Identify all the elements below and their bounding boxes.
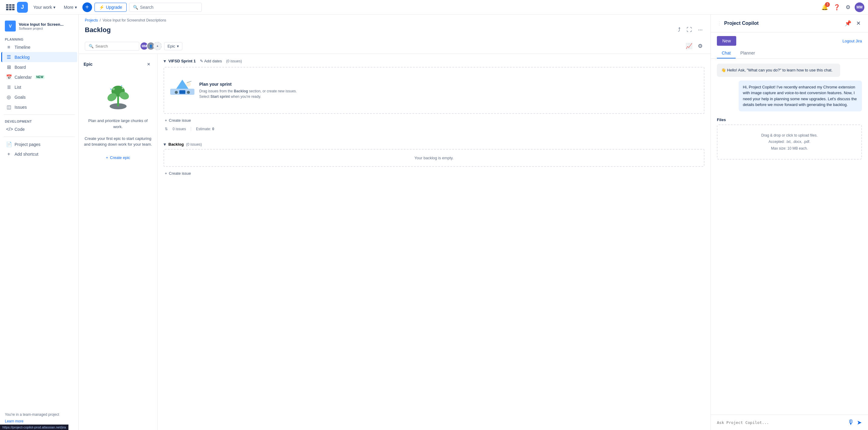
search-input[interactable] <box>95 44 135 49</box>
svg-text:✦: ✦ <box>125 91 126 93</box>
sprint-footer: ⇅ 0 issues Estimate: 0 <box>163 124 705 133</box>
sidebar-label-add-shortcut: Add shortcut <box>14 152 38 157</box>
calendar-new-badge: NEW <box>35 75 45 79</box>
tab-chat[interactable]: Chat <box>717 48 736 58</box>
sprint-plan-desc: Drag issues from the Backlog section, or… <box>199 88 297 99</box>
chart-view-button[interactable]: 📈 <box>684 41 694 51</box>
backlog-toolbar: 🔍 MM 👤 + Epic ▾ 📈 ⚙ <box>79 38 711 54</box>
avatar-group: MM 👤 + <box>142 42 162 50</box>
send-button[interactable]: ➤ <box>857 419 862 426</box>
copilot-drag-handle: ⋮ <box>717 21 722 26</box>
sidebar-item-goals[interactable]: ◎ Goals <box>1 92 77 102</box>
epic-panel-header: Epic ✕ <box>84 60 152 68</box>
create-epic-button[interactable]: + Create epic <box>106 154 130 162</box>
sidebar-divider <box>4 115 75 115</box>
add-shortcut-icon: + <box>6 151 11 157</box>
sidebar-item-code[interactable]: </> Code <box>1 124 77 134</box>
list-icon: ≣ <box>6 84 11 90</box>
page-actions: ⤴ ⛶ ··· <box>676 25 705 35</box>
goals-icon: ◎ <box>6 94 11 100</box>
filter-button[interactable]: ⚙ <box>696 41 705 51</box>
page-header: Backlog ⤴ ⛶ ··· <box>79 24 711 38</box>
new-button[interactable]: New <box>717 36 736 46</box>
sprint-section: ▾ VIFSD Sprint 1 ✎ Add dates (0 issues) <box>163 54 705 133</box>
sidebar-item-issues[interactable]: ◫ Issues <box>1 102 77 112</box>
avatar[interactable]: MM <box>855 2 864 12</box>
board-icon: ⊞ <box>6 64 11 70</box>
epic-panel-title: Epic <box>84 62 93 67</box>
sidebar-item-calendar[interactable]: 📅 Calendar NEW <box>1 72 77 82</box>
mic-button[interactable]: 🎙 <box>848 419 855 426</box>
backlog-toggle[interactable]: ▾ <box>163 142 166 147</box>
main-layout: V Voice Input for Screen... Software pro… <box>0 14 868 430</box>
nav-right: 🔔 3 ❓ ⚙ MM <box>820 2 864 12</box>
epic-filter-button[interactable]: Epic ▾ <box>164 42 182 50</box>
app-logo[interactable]: J <box>17 2 28 13</box>
svg-point-15 <box>175 91 178 94</box>
expand-button[interactable]: ⛶ <box>685 25 694 35</box>
backlog-section-header: ▾ Backlog (0 issues) <box>163 139 705 149</box>
breadcrumb-projects[interactable]: Projects <box>85 18 98 22</box>
breadcrumb: Projects / Voice Input for Screenshot De… <box>79 14 711 24</box>
sidebar-item-backlog[interactable]: ☰ Backlog <box>1 52 77 62</box>
backlog-search[interactable]: 🔍 <box>85 42 139 51</box>
sprint-area: ▾ VIFSD Sprint 1 ✎ Add dates (0 issues) <box>157 54 711 430</box>
sprint-create-issue-button[interactable]: + Create issue <box>163 116 192 124</box>
copilot-tabs: Chat Planner <box>711 48 868 59</box>
backlog-create-issue-button[interactable]: + Create issue <box>163 169 192 178</box>
close-epic-panel-button[interactable]: ✕ <box>145 60 152 68</box>
upgrade-button[interactable]: ⚡ Upgrade <box>94 3 127 12</box>
svg-point-6 <box>122 87 124 89</box>
copilot-header-actions: 📌 ✕ <box>843 19 862 28</box>
your-work-nav[interactable]: Your work ▾ <box>30 3 58 11</box>
copilot-panel: ⋮ Project Copilot 📌 ✕ New Logout Jira Ch… <box>711 14 868 430</box>
copilot-header: ⋮ Project Copilot 📌 ✕ <box>711 14 868 32</box>
copilot-close-button[interactable]: ✕ <box>855 19 862 28</box>
more-actions-button[interactable]: ··· <box>696 25 705 35</box>
sidebar-divider-2 <box>4 136 75 137</box>
breadcrumb-project-name: Voice Input for Screenshot Descriptions <box>103 18 166 22</box>
drop-zone-line2: Accepted: .txt, .docx, .pdf. <box>725 139 854 145</box>
sidebar-label-board: Board <box>14 65 26 70</box>
sprint-header: ▾ VIFSD Sprint 1 ✎ Add dates (0 issues) <box>163 54 705 67</box>
avatar-add[interactable]: + <box>153 42 162 50</box>
sprint-plan-title: Plan your sprint <box>199 82 297 87</box>
greeting-bubble: 👋 Hello! Ask, "What can you do?" to lear… <box>717 64 840 77</box>
copilot-input[interactable] <box>717 420 845 425</box>
sidebar-item-list[interactable]: ≣ List <box>1 82 77 92</box>
plant-illustration: ✦ ✦ ✦ <box>103 81 133 112</box>
backlog-section: ▾ Backlog (0 issues) Your backlog is emp… <box>163 139 705 178</box>
user-message: Hi, Project Copilot! I've recently enhan… <box>739 81 862 112</box>
sidebar-item-add-shortcut[interactable]: + Add shortcut <box>1 149 77 159</box>
sidebar-label-list: List <box>14 85 21 90</box>
copilot-title: Project Copilot <box>724 21 759 26</box>
backlog-icon: ☰ <box>6 54 11 60</box>
sidebar-item-board[interactable]: ⊞ Board <box>1 62 77 72</box>
sidebar-item-project-pages[interactable]: 📄 Project pages <box>1 139 77 149</box>
sprint-empty-text: Plan your sprint Drag issues from the Ba… <box>199 82 297 99</box>
sprint-toggle[interactable]: ▾ <box>163 58 166 64</box>
help-button[interactable]: ❓ <box>832 3 841 12</box>
share-button[interactable]: ⤴ <box>676 25 682 35</box>
settings-button[interactable]: ⚙ <box>844 3 851 12</box>
copilot-top: New Logout Jira <box>711 32 868 46</box>
epic-label: Epic <box>167 44 175 49</box>
drop-zone[interactable]: Drag & drop or click to upload files. Ac… <box>717 124 862 160</box>
drop-zone-line1: Drag & drop or click to upload files. <box>725 132 854 139</box>
search-bar[interactable]: 🔍 Search <box>129 3 202 12</box>
apps-grid-button[interactable] <box>4 2 14 13</box>
sidebar-item-timeline[interactable]: ≡ Timeline <box>1 42 77 52</box>
copilot-pin-button[interactable]: 📌 <box>843 19 852 28</box>
logout-button[interactable]: Logout Jira <box>842 39 862 43</box>
tab-planner[interactable]: Planner <box>736 48 760 58</box>
sprint-edit-dates-button[interactable]: ✎ Add dates <box>198 57 223 65</box>
sprint-issues-count: 0 issues <box>173 127 186 131</box>
learn-more-link[interactable]: Learn more <box>5 419 23 423</box>
toolbar-right: 📈 ⚙ <box>684 41 705 51</box>
development-section-label: DEVELOPMENT <box>0 117 79 124</box>
notifications-button[interactable]: 🔔 3 <box>820 3 829 12</box>
create-button[interactable]: + <box>82 2 92 12</box>
more-nav[interactable]: More ▾ <box>61 3 80 11</box>
svg-text:✦: ✦ <box>110 88 112 91</box>
sprint-name: VIFSD Sprint 1 <box>168 59 196 63</box>
